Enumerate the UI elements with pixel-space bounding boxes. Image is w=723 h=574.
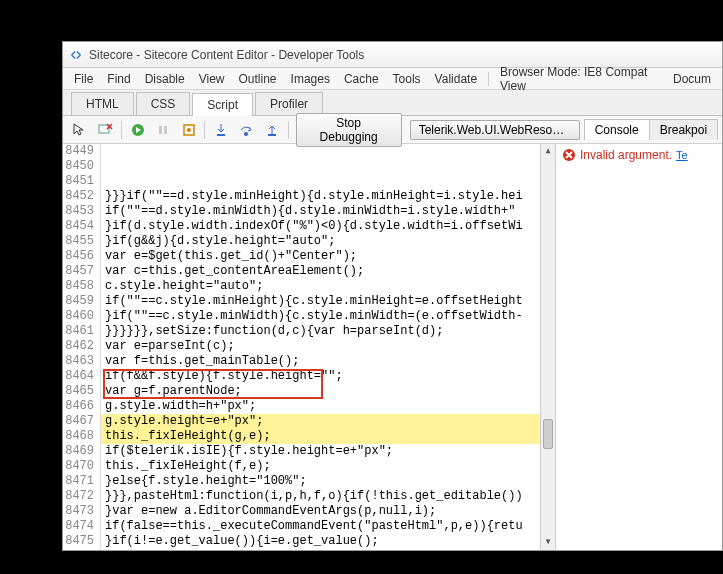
line-number: 8449	[63, 144, 94, 159]
line-number: 8457	[63, 264, 94, 279]
tab-html[interactable]: HTML	[71, 92, 134, 115]
line-number: 8470	[63, 459, 94, 474]
line-number: 8467	[63, 414, 94, 429]
code-line[interactable]: }}},pasteHtml:function(i,p,h,f,o){if(!th…	[101, 489, 555, 504]
svg-rect-6	[217, 134, 225, 136]
browser-mode-label[interactable]: Browser Mode: IE8 Compat View	[493, 63, 666, 95]
line-number: 8454	[63, 219, 94, 234]
svg-point-5	[187, 128, 191, 132]
code-column[interactable]: }}}if(""==d.style.minHeight){d.style.min…	[101, 144, 555, 550]
menu-find[interactable]: Find	[100, 70, 137, 88]
console-error-row[interactable]: Invalid argument. Te	[562, 148, 716, 162]
line-number: 8458	[63, 279, 94, 294]
menu-view[interactable]: View	[192, 70, 232, 88]
code-line[interactable]: }}}if(""==d.style.minHeight){d.style.min…	[101, 189, 555, 204]
line-number: 8463	[63, 354, 94, 369]
line-number: 8459	[63, 294, 94, 309]
tab-css[interactable]: CSS	[136, 92, 191, 115]
menu-images[interactable]: Images	[284, 70, 337, 88]
code-line[interactable]: var f=this.get_mainTable();	[101, 354, 555, 369]
tab-profiler[interactable]: Profiler	[255, 92, 323, 115]
play-icon[interactable]	[126, 119, 149, 141]
tab-console[interactable]: Console	[584, 119, 650, 140]
code-line[interactable]: this._fixIeHeight(f,e);	[101, 459, 555, 474]
scroll-track[interactable]	[541, 159, 555, 535]
line-number: 8476	[63, 549, 94, 550]
code-line[interactable]: if(f&&f.style){f.style.height="";	[101, 369, 555, 384]
code-line[interactable]: c.style.height="auto";	[101, 279, 555, 294]
vertical-scrollbar[interactable]: ▴ ▾	[540, 144, 555, 550]
error-link[interactable]: Te	[676, 149, 688, 161]
tab-breakpoints[interactable]: Breakpoi	[650, 119, 718, 140]
svg-rect-8	[268, 134, 276, 136]
line-number: 8472	[63, 489, 94, 504]
break-all-icon[interactable]	[177, 119, 200, 141]
step-over-icon[interactable]	[235, 119, 258, 141]
toolbar: Stop Debugging Telerik.Web.UI.WebResourc…	[63, 116, 722, 144]
error-text: Invalid argument.	[580, 148, 672, 162]
stop-debugging-button[interactable]: Stop Debugging	[296, 113, 402, 147]
code-line[interactable]: this._fixIeHeight(g,e);	[101, 429, 555, 444]
code-pane: 8449845084518452845384548455845684578458…	[63, 144, 556, 550]
code-line[interactable]: }if(i!=e.get_value()){i=e.get_value();	[101, 534, 555, 549]
line-number: 8466	[63, 399, 94, 414]
line-number: 8451	[63, 174, 94, 189]
code-line[interactable]: g.style.width=h+"px";	[101, 399, 555, 414]
svg-rect-3	[164, 126, 167, 134]
menu-outline[interactable]: Outline	[232, 70, 284, 88]
code-line[interactable]: }else{f.style.height="100%";	[101, 474, 555, 489]
line-number: 8473	[63, 504, 94, 519]
clear-icon[interactable]	[93, 119, 116, 141]
menu-bar: File Find Disable View Outline Images Ca…	[63, 68, 722, 90]
line-number: 8452	[63, 189, 94, 204]
scroll-up-icon[interactable]: ▴	[541, 144, 555, 159]
code-line[interactable]: var e=$get(this.get_id()+"Center");	[101, 249, 555, 264]
code-line[interactable]: var g=f.parentNode;	[101, 384, 555, 399]
scroll-down-icon[interactable]: ▾	[541, 535, 555, 550]
toolbar-separator	[204, 121, 205, 139]
code-line[interactable]: var e=parseInt(c);	[101, 339, 555, 354]
svg-point-7	[244, 132, 248, 136]
line-number: 8475	[63, 534, 94, 549]
menu-tools[interactable]: Tools	[386, 70, 428, 88]
line-number: 8468	[63, 429, 94, 444]
tab-script[interactable]: Script	[192, 93, 253, 116]
code-line[interactable]: if(false==this._executeCommandEvent("pas…	[101, 519, 555, 534]
pause-icon[interactable]	[151, 119, 174, 141]
line-number: 8474	[63, 519, 94, 534]
menu-file[interactable]: File	[67, 70, 100, 88]
error-icon	[562, 148, 576, 162]
code-line[interactable]: }if(d.style.width.indexOf("%")<0){d.styl…	[101, 219, 555, 234]
code-line[interactable]: }}}}}},setSize:function(d,c){var h=parse…	[101, 324, 555, 339]
document-mode-label[interactable]: Docum	[666, 70, 718, 88]
code-line[interactable]: if(""==d.style.minWidth){d.style.minWidt…	[101, 204, 555, 219]
code-line[interactable]: }var j=this.getLocalizedString(p);	[101, 549, 555, 550]
select-element-icon[interactable]	[68, 119, 91, 141]
scroll-thumb[interactable]	[543, 419, 553, 449]
line-number: 8455	[63, 234, 94, 249]
window-title: Sitecore - Sitecore Content Editor - Dev…	[89, 48, 364, 62]
menu-disable[interactable]: Disable	[138, 70, 192, 88]
code-line[interactable]: if($telerik.isIE){f.style.height=e+"px";	[101, 444, 555, 459]
console-pane: Invalid argument. Te	[556, 144, 722, 550]
code-line[interactable]: if(""==c.style.minHeight){c.style.minHei…	[101, 294, 555, 309]
line-number: 8450	[63, 159, 94, 174]
script-file-selector[interactable]: Telerik.Web.UI.WebResource....	[410, 120, 580, 140]
line-number: 8453	[63, 204, 94, 219]
code-line[interactable]: var c=this.get_contentAreaElement();	[101, 264, 555, 279]
line-number: 8461	[63, 324, 94, 339]
svg-rect-2	[159, 126, 162, 134]
code-line[interactable]: }if(g&&j){d.style.height="auto";	[101, 234, 555, 249]
step-out-icon[interactable]	[260, 119, 283, 141]
menu-validate[interactable]: Validate	[428, 70, 484, 88]
menu-cache[interactable]: Cache	[337, 70, 386, 88]
code-line[interactable]: }if(""==c.style.minWidth){c.style.minWid…	[101, 309, 555, 324]
step-into-icon[interactable]	[209, 119, 232, 141]
line-number: 8462	[63, 339, 94, 354]
toolbar-separator	[288, 121, 289, 139]
line-number: 8456	[63, 249, 94, 264]
toolbar-separator	[121, 121, 122, 139]
code-line[interactable]: }var e=new a.EditorCommandEventArgs(p,nu…	[101, 504, 555, 519]
code-line[interactable]: g.style.height=e+"px";	[101, 414, 555, 429]
devtools-icon	[69, 48, 83, 62]
